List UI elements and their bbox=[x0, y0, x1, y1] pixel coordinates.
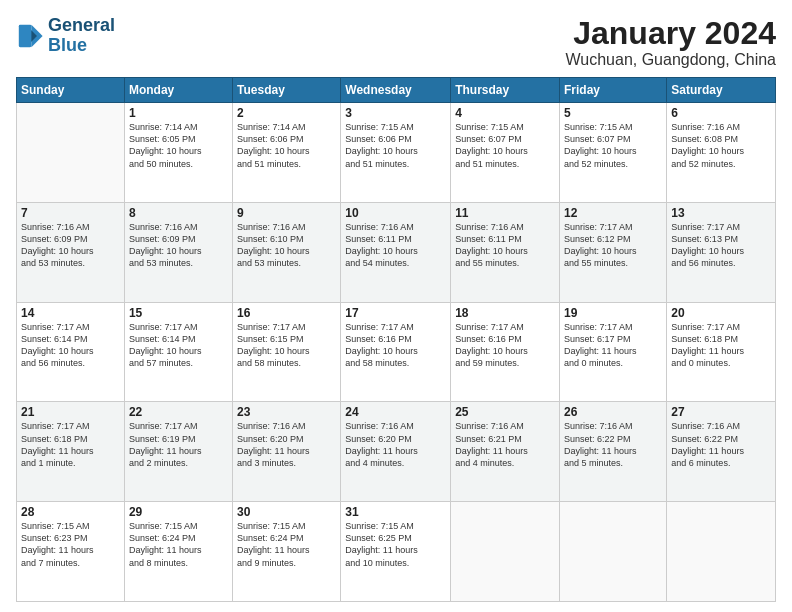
day-info: Sunrise: 7:16 AM Sunset: 6:10 PM Dayligh… bbox=[237, 221, 336, 270]
day-number: 28 bbox=[21, 505, 120, 519]
day-number: 12 bbox=[564, 206, 662, 220]
day-info: Sunrise: 7:14 AM Sunset: 6:06 PM Dayligh… bbox=[237, 121, 336, 170]
day-info: Sunrise: 7:15 AM Sunset: 6:07 PM Dayligh… bbox=[564, 121, 662, 170]
day-info: Sunrise: 7:17 AM Sunset: 6:16 PM Dayligh… bbox=[345, 321, 446, 370]
day-number: 18 bbox=[455, 306, 555, 320]
day-number: 4 bbox=[455, 106, 555, 120]
calendar-cell bbox=[560, 502, 667, 602]
calendar-cell: 5Sunrise: 7:15 AM Sunset: 6:07 PM Daylig… bbox=[560, 103, 667, 203]
day-info: Sunrise: 7:16 AM Sunset: 6:21 PM Dayligh… bbox=[455, 420, 555, 469]
day-number: 19 bbox=[564, 306, 662, 320]
day-number: 9 bbox=[237, 206, 336, 220]
day-number: 22 bbox=[129, 405, 228, 419]
day-info: Sunrise: 7:17 AM Sunset: 6:18 PM Dayligh… bbox=[671, 321, 771, 370]
calendar-cell: 30Sunrise: 7:15 AM Sunset: 6:24 PM Dayli… bbox=[233, 502, 341, 602]
day-info: Sunrise: 7:15 AM Sunset: 6:23 PM Dayligh… bbox=[21, 520, 120, 569]
day-number: 23 bbox=[237, 405, 336, 419]
calendar-page: General Blue January 2024 Wuchuan, Guang… bbox=[0, 0, 792, 612]
day-info: Sunrise: 7:17 AM Sunset: 6:15 PM Dayligh… bbox=[237, 321, 336, 370]
calendar-week-row: 21Sunrise: 7:17 AM Sunset: 6:18 PM Dayli… bbox=[17, 402, 776, 502]
day-number: 5 bbox=[564, 106, 662, 120]
calendar-cell: 8Sunrise: 7:16 AM Sunset: 6:09 PM Daylig… bbox=[124, 202, 232, 302]
day-number: 1 bbox=[129, 106, 228, 120]
day-info: Sunrise: 7:17 AM Sunset: 6:14 PM Dayligh… bbox=[129, 321, 228, 370]
calendar-cell: 3Sunrise: 7:15 AM Sunset: 6:06 PM Daylig… bbox=[341, 103, 451, 203]
day-info: Sunrise: 7:15 AM Sunset: 6:25 PM Dayligh… bbox=[345, 520, 446, 569]
svg-rect-2 bbox=[19, 25, 32, 47]
calendar-cell: 29Sunrise: 7:15 AM Sunset: 6:24 PM Dayli… bbox=[124, 502, 232, 602]
calendar-cell: 15Sunrise: 7:17 AM Sunset: 6:14 PM Dayli… bbox=[124, 302, 232, 402]
logo-line2: Blue bbox=[48, 35, 87, 55]
column-header-wednesday: Wednesday bbox=[341, 78, 451, 103]
day-number: 11 bbox=[455, 206, 555, 220]
calendar-cell: 24Sunrise: 7:16 AM Sunset: 6:20 PM Dayli… bbox=[341, 402, 451, 502]
day-info: Sunrise: 7:17 AM Sunset: 6:19 PM Dayligh… bbox=[129, 420, 228, 469]
calendar-cell: 18Sunrise: 7:17 AM Sunset: 6:16 PM Dayli… bbox=[451, 302, 560, 402]
calendar-week-row: 28Sunrise: 7:15 AM Sunset: 6:23 PM Dayli… bbox=[17, 502, 776, 602]
day-number: 14 bbox=[21, 306, 120, 320]
day-info: Sunrise: 7:15 AM Sunset: 6:06 PM Dayligh… bbox=[345, 121, 446, 170]
calendar-cell: 20Sunrise: 7:17 AM Sunset: 6:18 PM Dayli… bbox=[667, 302, 776, 402]
day-number: 30 bbox=[237, 505, 336, 519]
day-number: 10 bbox=[345, 206, 446, 220]
calendar-cell: 12Sunrise: 7:17 AM Sunset: 6:12 PM Dayli… bbox=[560, 202, 667, 302]
day-info: Sunrise: 7:17 AM Sunset: 6:17 PM Dayligh… bbox=[564, 321, 662, 370]
day-info: Sunrise: 7:16 AM Sunset: 6:20 PM Dayligh… bbox=[345, 420, 446, 469]
day-info: Sunrise: 7:16 AM Sunset: 6:22 PM Dayligh… bbox=[671, 420, 771, 469]
day-number: 16 bbox=[237, 306, 336, 320]
header: General Blue January 2024 Wuchuan, Guang… bbox=[16, 16, 776, 69]
calendar-cell: 28Sunrise: 7:15 AM Sunset: 6:23 PM Dayli… bbox=[17, 502, 125, 602]
calendar-cell: 23Sunrise: 7:16 AM Sunset: 6:20 PM Dayli… bbox=[233, 402, 341, 502]
column-header-friday: Friday bbox=[560, 78, 667, 103]
calendar-cell: 11Sunrise: 7:16 AM Sunset: 6:11 PM Dayli… bbox=[451, 202, 560, 302]
calendar-cell: 13Sunrise: 7:17 AM Sunset: 6:13 PM Dayli… bbox=[667, 202, 776, 302]
day-number: 21 bbox=[21, 405, 120, 419]
calendar-cell: 17Sunrise: 7:17 AM Sunset: 6:16 PM Dayli… bbox=[341, 302, 451, 402]
day-info: Sunrise: 7:15 AM Sunset: 6:24 PM Dayligh… bbox=[129, 520, 228, 569]
day-number: 15 bbox=[129, 306, 228, 320]
day-info: Sunrise: 7:16 AM Sunset: 6:20 PM Dayligh… bbox=[237, 420, 336, 469]
calendar-header-row: SundayMondayTuesdayWednesdayThursdayFrid… bbox=[17, 78, 776, 103]
day-number: 6 bbox=[671, 106, 771, 120]
day-number: 31 bbox=[345, 505, 446, 519]
calendar-cell: 25Sunrise: 7:16 AM Sunset: 6:21 PM Dayli… bbox=[451, 402, 560, 502]
day-info: Sunrise: 7:14 AM Sunset: 6:05 PM Dayligh… bbox=[129, 121, 228, 170]
logo-text: General Blue bbox=[48, 16, 115, 56]
calendar-cell: 14Sunrise: 7:17 AM Sunset: 6:14 PM Dayli… bbox=[17, 302, 125, 402]
calendar-cell: 1Sunrise: 7:14 AM Sunset: 6:05 PM Daylig… bbox=[124, 103, 232, 203]
logo-icon bbox=[16, 22, 44, 50]
day-info: Sunrise: 7:16 AM Sunset: 6:09 PM Dayligh… bbox=[129, 221, 228, 270]
location-title: Wuchuan, Guangdong, China bbox=[565, 51, 776, 69]
calendar-cell: 22Sunrise: 7:17 AM Sunset: 6:19 PM Dayli… bbox=[124, 402, 232, 502]
calendar-cell: 31Sunrise: 7:15 AM Sunset: 6:25 PM Dayli… bbox=[341, 502, 451, 602]
day-number: 13 bbox=[671, 206, 771, 220]
day-info: Sunrise: 7:17 AM Sunset: 6:12 PM Dayligh… bbox=[564, 221, 662, 270]
calendar-cell bbox=[17, 103, 125, 203]
day-info: Sunrise: 7:15 AM Sunset: 6:24 PM Dayligh… bbox=[237, 520, 336, 569]
logo-line1: General bbox=[48, 15, 115, 35]
calendar-cell: 19Sunrise: 7:17 AM Sunset: 6:17 PM Dayli… bbox=[560, 302, 667, 402]
day-number: 24 bbox=[345, 405, 446, 419]
day-number: 8 bbox=[129, 206, 228, 220]
calendar-cell: 27Sunrise: 7:16 AM Sunset: 6:22 PM Dayli… bbox=[667, 402, 776, 502]
day-number: 26 bbox=[564, 405, 662, 419]
day-info: Sunrise: 7:16 AM Sunset: 6:09 PM Dayligh… bbox=[21, 221, 120, 270]
calendar-week-row: 7Sunrise: 7:16 AM Sunset: 6:09 PM Daylig… bbox=[17, 202, 776, 302]
day-number: 3 bbox=[345, 106, 446, 120]
day-info: Sunrise: 7:16 AM Sunset: 6:11 PM Dayligh… bbox=[345, 221, 446, 270]
column-header-monday: Monday bbox=[124, 78, 232, 103]
calendar-cell: 26Sunrise: 7:16 AM Sunset: 6:22 PM Dayli… bbox=[560, 402, 667, 502]
day-info: Sunrise: 7:17 AM Sunset: 6:18 PM Dayligh… bbox=[21, 420, 120, 469]
title-block: January 2024 Wuchuan, Guangdong, China bbox=[565, 16, 776, 69]
day-info: Sunrise: 7:15 AM Sunset: 6:07 PM Dayligh… bbox=[455, 121, 555, 170]
calendar-table: SundayMondayTuesdayWednesdayThursdayFrid… bbox=[16, 77, 776, 602]
day-info: Sunrise: 7:17 AM Sunset: 6:13 PM Dayligh… bbox=[671, 221, 771, 270]
day-number: 17 bbox=[345, 306, 446, 320]
calendar-cell: 4Sunrise: 7:15 AM Sunset: 6:07 PM Daylig… bbox=[451, 103, 560, 203]
day-number: 25 bbox=[455, 405, 555, 419]
day-number: 2 bbox=[237, 106, 336, 120]
calendar-cell: 10Sunrise: 7:16 AM Sunset: 6:11 PM Dayli… bbox=[341, 202, 451, 302]
column-header-sunday: Sunday bbox=[17, 78, 125, 103]
day-info: Sunrise: 7:16 AM Sunset: 6:22 PM Dayligh… bbox=[564, 420, 662, 469]
day-number: 29 bbox=[129, 505, 228, 519]
